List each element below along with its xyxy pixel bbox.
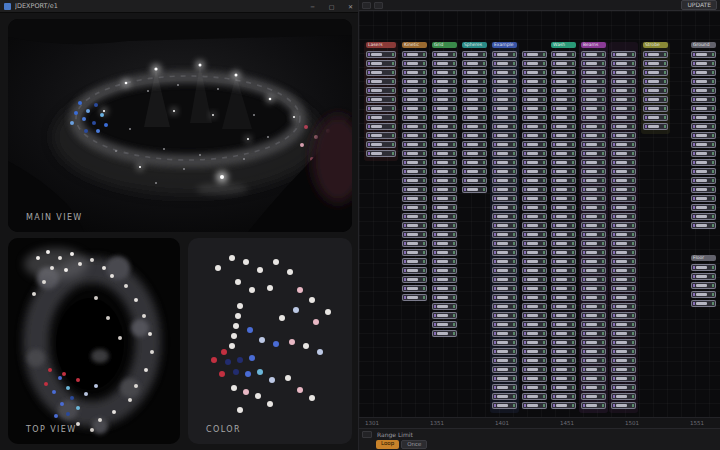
once-button[interactable]: Once <box>401 440 427 449</box>
graph-node[interactable] <box>522 285 547 292</box>
node-output-connector[interactable] <box>453 107 455 110</box>
graph-node[interactable] <box>551 69 576 76</box>
graph-node[interactable] <box>551 384 576 391</box>
node-output-connector[interactable] <box>632 251 634 254</box>
graph-node[interactable] <box>432 87 457 94</box>
node-output-connector[interactable] <box>513 278 515 281</box>
node-output-connector[interactable] <box>543 296 545 299</box>
graph-node[interactable] <box>522 312 547 319</box>
node-output-connector[interactable] <box>602 170 604 173</box>
node-output-connector[interactable] <box>513 377 515 380</box>
node-input-connector[interactable] <box>583 116 585 119</box>
node-input-connector[interactable] <box>494 152 496 155</box>
node-input-connector[interactable] <box>524 125 526 128</box>
graph-node[interactable] <box>432 96 457 103</box>
node-output-connector[interactable] <box>513 215 515 218</box>
graph-node[interactable] <box>492 69 517 76</box>
node-input-connector[interactable] <box>583 287 585 290</box>
node-output-connector[interactable] <box>483 143 485 146</box>
node-input-connector[interactable] <box>524 71 526 74</box>
node-input-connector[interactable] <box>404 161 406 164</box>
graph-node[interactable] <box>522 276 547 283</box>
graph-node[interactable] <box>522 294 547 301</box>
graph-node[interactable] <box>551 105 576 112</box>
node-input-connector[interactable] <box>613 71 615 74</box>
node-output-connector[interactable] <box>423 161 425 164</box>
node-output-connector[interactable] <box>572 278 574 281</box>
graph-node[interactable] <box>462 78 487 85</box>
close-button[interactable]: ✕ <box>343 0 358 13</box>
graph-node[interactable] <box>691 204 716 211</box>
node-input-connector[interactable] <box>464 161 466 164</box>
graph-node[interactable] <box>522 114 547 121</box>
node-output-connector[interactable] <box>572 80 574 83</box>
node-output-connector[interactable] <box>543 107 545 110</box>
node-input-connector[interactable] <box>434 125 436 128</box>
node-input-connector[interactable] <box>434 287 436 290</box>
node-input-connector[interactable] <box>553 305 555 308</box>
graph-node[interactable] <box>492 348 517 355</box>
node-input-connector[interactable] <box>553 125 555 128</box>
graph-node[interactable] <box>611 384 636 391</box>
node-output-connector[interactable] <box>513 197 515 200</box>
toolbar-settings-icon[interactable] <box>374 2 383 9</box>
node-output-connector[interactable] <box>453 143 455 146</box>
node-input-connector[interactable] <box>524 224 526 227</box>
node-input-connector[interactable] <box>404 188 406 191</box>
graph-node[interactable] <box>522 366 547 373</box>
graph-node[interactable] <box>691 69 716 76</box>
node-input-connector[interactable] <box>434 170 436 173</box>
node-output-connector[interactable] <box>602 233 604 236</box>
graph-node[interactable] <box>691 60 716 67</box>
node-output-connector[interactable] <box>602 80 604 83</box>
graph-node[interactable] <box>492 267 517 274</box>
node-input-connector[interactable] <box>494 80 496 83</box>
node-input-connector[interactable] <box>583 215 585 218</box>
graph-node[interactable] <box>522 177 547 184</box>
node-output-connector[interactable] <box>513 98 515 101</box>
node-group-header[interactable]: Example <box>492 42 517 48</box>
node-output-connector[interactable] <box>572 305 574 308</box>
node-input-connector[interactable] <box>613 323 615 326</box>
node-input-connector[interactable] <box>404 197 406 200</box>
node-output-connector[interactable] <box>572 260 574 263</box>
graph-node[interactable] <box>691 159 716 166</box>
graph-node[interactable] <box>551 123 576 130</box>
node-output-connector[interactable] <box>453 251 455 254</box>
graph-node[interactable] <box>611 78 636 85</box>
node-output-connector[interactable] <box>453 206 455 209</box>
node-input-connector[interactable] <box>553 152 555 155</box>
node-input-connector[interactable] <box>553 107 555 110</box>
node-input-connector[interactable] <box>645 89 647 92</box>
graph-node[interactable] <box>492 330 517 337</box>
graph-node[interactable] <box>611 150 636 157</box>
node-output-connector[interactable] <box>543 71 545 74</box>
node-input-connector[interactable] <box>583 152 585 155</box>
toolbar-grid-icon[interactable] <box>362 2 371 9</box>
graph-node[interactable] <box>522 249 547 256</box>
node-input-connector[interactable] <box>583 359 585 362</box>
node-input-connector[interactable] <box>583 341 585 344</box>
node-input-connector[interactable] <box>613 224 615 227</box>
minimize-button[interactable]: ─ <box>305 0 320 13</box>
node-input-connector[interactable] <box>693 143 695 146</box>
graph-node[interactable] <box>522 213 547 220</box>
graph-node[interactable] <box>611 267 636 274</box>
node-output-connector[interactable] <box>543 170 545 173</box>
graph-node[interactable] <box>581 258 606 265</box>
node-output-connector[interactable] <box>423 179 425 182</box>
node-input-connector[interactable] <box>404 269 406 272</box>
node-output-connector[interactable] <box>602 188 604 191</box>
graph-node[interactable] <box>611 168 636 175</box>
node-output-connector[interactable] <box>423 71 425 74</box>
graph-node[interactable] <box>581 357 606 364</box>
node-input-connector[interactable] <box>434 197 436 200</box>
node-output-connector[interactable] <box>632 125 634 128</box>
node-output-connector[interactable] <box>423 116 425 119</box>
node-output-connector[interactable] <box>602 368 604 371</box>
graph-node[interactable] <box>551 330 576 337</box>
node-input-connector[interactable] <box>583 143 585 146</box>
node-input-connector[interactable] <box>494 116 496 119</box>
node-input-connector[interactable] <box>693 293 695 296</box>
graph-node[interactable] <box>611 294 636 301</box>
